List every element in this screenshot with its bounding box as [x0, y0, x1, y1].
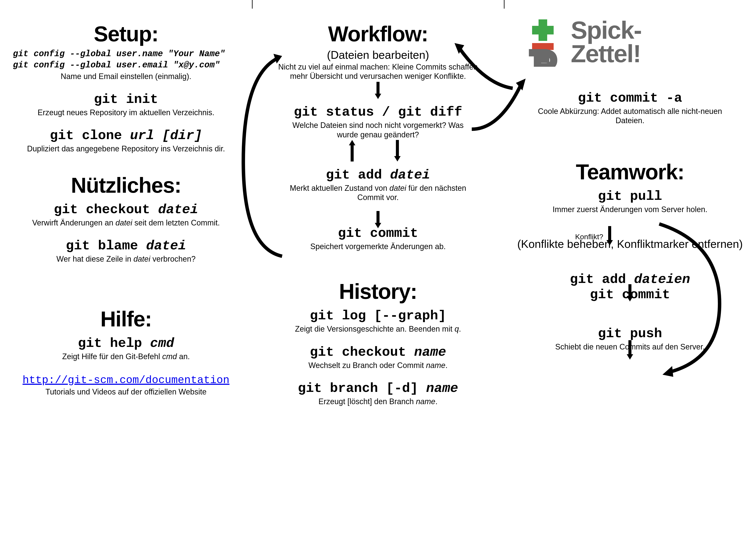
svg-rect-10 — [532, 26, 554, 35]
desc-checkout-file: Verwirft Änderungen an datei seit dem le… — [13, 218, 239, 227]
logo-line2: Zettel! — [571, 42, 641, 65]
cmd-config-email: git config --global user.email "x@y.com" — [13, 60, 239, 71]
svg-marker-15 — [607, 240, 613, 245]
desc-log: Zeigt die Versionsgeschichte an. Beenden… — [265, 324, 491, 334]
arrow-loop-commit-edit-icon — [239, 54, 295, 261]
cmd-checkout-file: git checkout datei — [13, 202, 239, 217]
svg-marker-19 — [627, 354, 633, 360]
arrow-down-3-icon — [374, 211, 382, 228]
svg-marker-5 — [349, 140, 355, 145]
desc-status: Welche Dateien sind noch nicht vorgemerk… — [265, 120, 491, 139]
heading-help: Hilfe: — [13, 307, 239, 331]
arrow-commit-push-icon — [626, 340, 634, 360]
cmd-help: git help cmd — [13, 336, 239, 351]
desc-checkout-name: Wechselt zu Branch oder Commit name. — [265, 361, 491, 370]
arrow-pull-to-push-icon — [655, 222, 728, 377]
cmd-status: git status / git diff — [265, 104, 491, 120]
arrow-down-2-icon — [393, 140, 402, 162]
arrow-up-1-icon — [348, 140, 357, 162]
desc-clone: Dupliziert das angegebene Repository ins… — [13, 144, 239, 153]
desc-commit-a: Coole Abkürzung: Addet automatisch alle … — [517, 107, 743, 125]
desc-branch: Erzeugt [löscht] den Branch name. — [265, 397, 491, 406]
cmd-add: git add datei — [265, 167, 491, 183]
heading-teamwork: Teamwork: — [517, 160, 743, 184]
git-logo-icon — [517, 17, 567, 67]
svg-rect-11 — [532, 43, 554, 50]
cmd-checkout-name: git checkout name — [265, 344, 491, 360]
arrow-commit-a-to-edit-icon — [452, 41, 517, 95]
logo: Spick- Zettel! — [517, 17, 743, 67]
cmd-log: git log [--graph] — [265, 308, 491, 323]
desc-add: Merkt aktuellen Zustand von datei für de… — [265, 184, 491, 202]
cmd-branch: git branch [-d] name — [265, 381, 491, 396]
desc-pull: Immer zuerst Änderungen vom Server holen… — [517, 205, 743, 214]
desc-init: Erzeugt neues Repository im aktuellen Ve… — [13, 108, 239, 117]
cmd-clone: git clone url [dir] — [13, 128, 239, 143]
arrow-pull-down-icon — [606, 226, 614, 245]
cmd-commit-a: git commit -a — [517, 90, 743, 106]
logo-line1: Spick- — [571, 18, 641, 42]
desc-blame: Wer hat diese Zeile in datei verbrochen? — [13, 254, 239, 264]
heading-history: History: — [265, 279, 491, 304]
label-konflikt: Konflikt? — [575, 233, 603, 241]
svg-marker-17 — [627, 296, 633, 301]
heading-useful: Nützliches: — [13, 173, 239, 198]
link-git-docs[interactable]: http://git-scm.com/documentation — [13, 374, 239, 386]
svg-marker-3 — [394, 156, 401, 162]
cmd-config-name: git config --global user.name "Your Name… — [13, 48, 239, 60]
column-teamwork: Spick- Zettel! git commit -a Coole Abkür… — [504, 0, 756, 534]
svg-marker-7 — [375, 223, 381, 228]
arrow-down-1-icon — [374, 82, 382, 99]
heading-setup: Setup: — [13, 21, 239, 46]
desc-commit: Speichert vorgemerkte Änderungen ab. — [265, 242, 491, 251]
svg-marker-20 — [662, 366, 673, 377]
column-setup: Setup: git config --global user.name "Yo… — [0, 0, 252, 534]
desc-help: Zeigt Hilfe für den Git-Befehl cmd an. — [13, 352, 239, 361]
svg-marker-1 — [375, 94, 381, 99]
arrow-resolve-down-icon — [626, 284, 634, 301]
cmd-pull: git pull — [517, 189, 743, 204]
cmd-init: git init — [13, 92, 239, 107]
desc-link: Tutorials und Videos auf der offiziellen… — [13, 387, 239, 396]
cmd-blame: git blame datei — [13, 238, 239, 253]
desc-config: Name und Email einstellen (einmalig). — [13, 72, 239, 81]
